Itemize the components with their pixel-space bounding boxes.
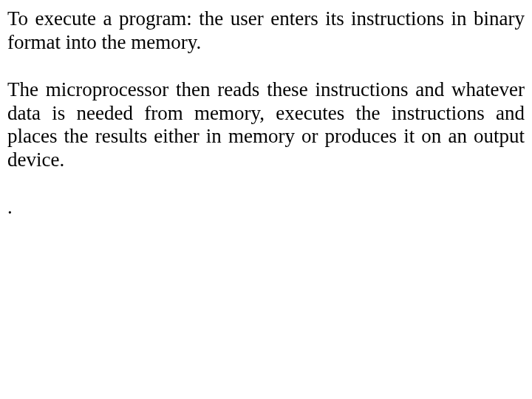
paragraph-microprocessor: The microprocessor then reads these inst… (7, 78, 525, 172)
paragraph-execute: To execute a program: the user enters it… (7, 7, 525, 55)
trailing-dot: . (7, 196, 525, 219)
document-page: To execute a program: the user enters it… (0, 0, 532, 219)
